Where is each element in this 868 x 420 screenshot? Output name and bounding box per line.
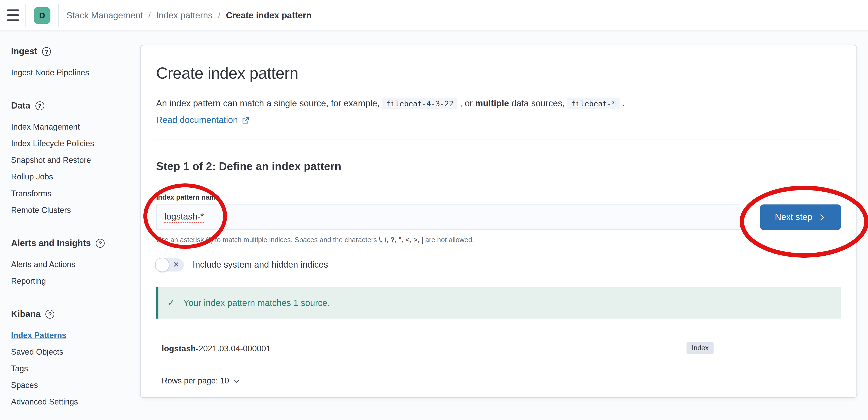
create-index-pattern-panel: Create index pattern An index pattern ca…	[140, 45, 857, 398]
table-row: logstash- 2021.03.04-000001 Index	[156, 330, 841, 366]
sidebar-section-title: Kibana	[11, 309, 40, 319]
index-pattern-name-label: Index pattern name	[156, 193, 841, 201]
chevron-right-icon	[818, 213, 826, 222]
sidebar-item-transforms[interactable]: Transforms	[11, 189, 134, 198]
kibana-app: D Stack Management / Index patterns / Cr…	[0, 0, 868, 420]
success-callout-message: Your index pattern matches 1 source.	[183, 298, 330, 308]
sidebar-item-ingest-node-pipelines[interactable]: Ingest Node Pipelines	[11, 67, 134, 78]
divider	[156, 140, 841, 140]
next-step-button[interactable]: Next step	[760, 204, 841, 230]
index-name-rest: 2021.03.04-000001	[198, 343, 271, 353]
success-callout: ✓ Your index pattern matches 1 source.	[156, 287, 841, 319]
sidebar-section-data: Data ? Index Management Index Lifecycle …	[11, 101, 134, 215]
sidebar-section-kibana: Kibana ? Index Patterns Saved Objects Ta…	[11, 309, 134, 407]
sidebar-item-tags[interactable]: Tags	[11, 364, 134, 373]
sidebar-item-rollup-jobs[interactable]: Rollup Jobs	[11, 172, 134, 181]
sidebar-item-alerts-and-actions[interactable]: Alerts and Actions	[11, 259, 134, 269]
step-heading: Step 1 of 2: Define an index pattern	[156, 159, 841, 173]
toggle-label: Include system and hidden indices	[193, 260, 328, 270]
space-avatar[interactable]: D	[34, 7, 51, 24]
breadcrumb: Stack Management / Index patterns / Crea…	[66, 10, 312, 20]
breadcrumb-index-patterns[interactable]: Index patterns	[156, 10, 213, 20]
index-pattern-input-value: logstash-*	[164, 211, 204, 223]
close-icon: ×	[173, 260, 179, 269]
include-hidden-indices-row: × Include system and hidden indices	[156, 258, 841, 272]
sidebar-item-snapshot-and-restore[interactable]: Snapshot and Restore	[11, 155, 134, 165]
breadcrumb-separator: /	[148, 10, 151, 20]
page-description: An index pattern can match a single sour…	[156, 96, 841, 111]
breadcrumb-stack-management[interactable]: Stack Management	[66, 10, 143, 20]
sidebar-item-index-management[interactable]: Index Management	[11, 122, 134, 132]
code-example-wildcard: filebeat-*	[567, 98, 620, 109]
check-icon: ✓	[167, 297, 175, 309]
sidebar-section-title: Ingest	[11, 47, 37, 56]
matching-sources-table: logstash- 2021.03.04-000001 Index	[156, 330, 841, 366]
sidebar-section-title: Data	[11, 101, 30, 111]
rows-per-page-dropdown[interactable]: Rows per page: 10	[161, 376, 240, 385]
sidebar-section-ingest: Ingest ? Ingest Node Pipelines	[11, 47, 134, 78]
chevron-down-icon	[233, 377, 240, 384]
sidebar-item-remote-clusters[interactable]: Remote Clusters	[11, 205, 134, 215]
space-selector-button[interactable]: D	[26, 0, 58, 31]
index-name-match: logstash-	[161, 343, 198, 353]
code-example-single: filebeat-4-3-22	[382, 98, 458, 109]
sidebar-item-reporting[interactable]: Reporting	[11, 276, 134, 286]
include-hidden-indices-toggle[interactable]: ×	[156, 258, 184, 272]
breadcrumb-current-page: Create index pattern	[226, 10, 312, 20]
breadcrumb-separator: /	[218, 10, 220, 20]
page-title: Create index pattern	[156, 63, 841, 83]
menu-icon[interactable]	[0, 0, 26, 31]
help-icon[interactable]: ?	[45, 310, 55, 318]
sidebar-item-advanced-settings[interactable]: Advanced Settings	[11, 397, 134, 407]
external-link-icon	[241, 116, 250, 124]
help-icon[interactable]: ?	[42, 47, 51, 56]
toggle-knob	[155, 258, 169, 272]
top-header: D Stack Management / Index patterns / Cr…	[0, 0, 868, 31]
sidebar-item-spaces[interactable]: Spaces	[11, 380, 134, 390]
sidebar-section-alerts-and-insights: Alerts and Insights ? Alerts and Actions…	[11, 239, 134, 286]
read-documentation-link[interactable]: Read documentation	[156, 115, 249, 125]
management-sidebar: Ingest ? Ingest Node Pipelines Data ? In…	[0, 31, 140, 420]
header-divider	[58, 4, 59, 27]
sidebar-section-title: Alerts and Insights	[11, 239, 91, 248]
index-type-badge: Index	[687, 342, 714, 354]
index-pattern-input[interactable]: logstash-*	[156, 204, 740, 230]
index-pattern-form-row: logstash-* Next step	[156, 204, 841, 230]
help-icon[interactable]: ?	[96, 239, 105, 248]
sidebar-item-index-lifecycle-policies[interactable]: Index Lifecycle Policies	[11, 138, 134, 148]
sidebar-item-index-patterns[interactable]: Index Patterns	[11, 330, 134, 340]
index-pattern-helper-text: Use an asterisk (*) to match multiple in…	[156, 235, 841, 245]
sidebar-item-saved-objects[interactable]: Saved Objects	[11, 347, 134, 357]
help-icon[interactable]: ?	[35, 102, 44, 110]
